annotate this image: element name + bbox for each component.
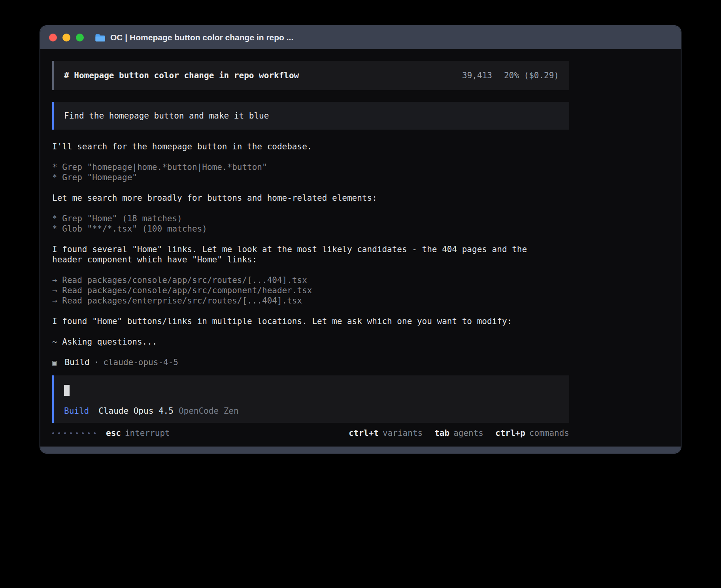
transcript-line: → Read packages/enterprise/src/routes/[.… [52, 296, 569, 306]
mode-label[interactable]: Build [64, 406, 89, 416]
transcript-line: I found "Home" buttons/links in multiple… [52, 316, 569, 326]
transcript-line: * Grep "Homepage" [52, 172, 569, 183]
session-title: # Homepage button color change in repo w… [64, 71, 299, 80]
shortcut-label: agents [453, 428, 483, 438]
transcript-line: * Grep "homepage|home.*button|Home.*butt… [52, 162, 569, 172]
agent-name: Build [64, 358, 89, 367]
shortcut-commands[interactable]: ctrl+p commands [495, 428, 569, 438]
spinner-dots-icon [52, 432, 96, 434]
traffic-lights [49, 34, 84, 41]
window-title: OC | Homepage button color change in rep… [110, 33, 293, 42]
shortcut-key: tab [434, 428, 449, 438]
shortcut-label: commands [529, 428, 569, 438]
transcript-line: * Grep "Home" (18 matches) [52, 213, 569, 224]
agent-model: claude-opus-4-5 [103, 358, 178, 367]
window-bottom-edge [40, 447, 681, 453]
agent-separator: · [94, 358, 99, 367]
prompt-input[interactable]: Build Claude Opus 4.5 OpenCode Zen [52, 375, 569, 423]
transcript-line: ~ Asking questions... [52, 337, 569, 347]
transcript-line: → Read packages/console/app/src/componen… [52, 285, 569, 296]
session-header: # Homepage button color change in repo w… [52, 61, 569, 90]
shortcut-label: variants [383, 428, 423, 438]
transcript-line: I'll search for the homepage button in t… [52, 141, 569, 152]
token-count: 39,413 [462, 71, 492, 80]
terminal-window: OC | Homepage button color change in rep… [40, 25, 681, 454]
interrupt-label: interrupt [125, 428, 170, 438]
provider-label: OpenCode Zen [179, 406, 239, 416]
footer-left: esc interrupt [52, 428, 170, 438]
context-usage: 20% ($0.29) [504, 71, 559, 80]
text-cursor [64, 385, 70, 396]
zoom-button[interactable] [76, 34, 84, 41]
user-message-text: Find the homepage button and make it blu… [64, 111, 269, 121]
transcript-line [52, 265, 569, 275]
transcript-line: header component which have "Home" links… [52, 254, 569, 265]
window-title-group: OC | Homepage button color change in rep… [95, 33, 293, 42]
transcript-line [52, 234, 569, 244]
transcript: I'll search for the homepage button in t… [52, 141, 569, 347]
close-button[interactable] [49, 34, 57, 41]
shortcut-agents[interactable]: tab agents [434, 428, 483, 438]
transcript-line: I found several "Home" links. Let me loo… [52, 244, 569, 254]
shortcut-key: ctrl+p [495, 428, 525, 438]
minimize-button[interactable] [62, 34, 70, 41]
session-stats: 39,413 20% ($0.29) [462, 71, 559, 80]
terminal-body: # Homepage button color change in repo w… [40, 49, 681, 447]
window-titlebar: OC | Homepage button color change in rep… [40, 26, 681, 49]
model-label[interactable]: Claude Opus 4.5 [98, 406, 174, 416]
shortcut-variants[interactable]: ctrl+t variants [349, 428, 423, 438]
transcript-line [52, 326, 569, 337]
interrupt-key: esc [106, 428, 121, 438]
transcript-line [52, 152, 569, 162]
status-footer: esc interrupt ctrl+t variants tab agents… [52, 428, 569, 438]
transcript-line: Let me search more broadly for buttons a… [52, 193, 569, 203]
input-status-row: Build Claude Opus 4.5 OpenCode Zen [64, 406, 559, 416]
folder-icon [95, 34, 106, 42]
agent-square-icon: ▣ [52, 358, 57, 367]
shortcut-key: ctrl+t [349, 428, 379, 438]
transcript-line: * Glob "**/*.tsx" (100 matches) [52, 224, 569, 234]
transcript-line [52, 306, 569, 316]
transcript-line [52, 183, 569, 193]
user-message: Find the homepage button and make it blu… [52, 102, 569, 130]
transcript-line: → Read packages/console/app/src/routes/[… [52, 275, 569, 285]
footer-shortcuts: ctrl+t variants tab agents ctrl+p comman… [349, 428, 569, 438]
interrupt-hint[interactable]: esc interrupt [106, 428, 170, 438]
transcript-line [52, 203, 569, 213]
agent-status-row: ▣ Build · claude-opus-4-5 [52, 357, 569, 368]
